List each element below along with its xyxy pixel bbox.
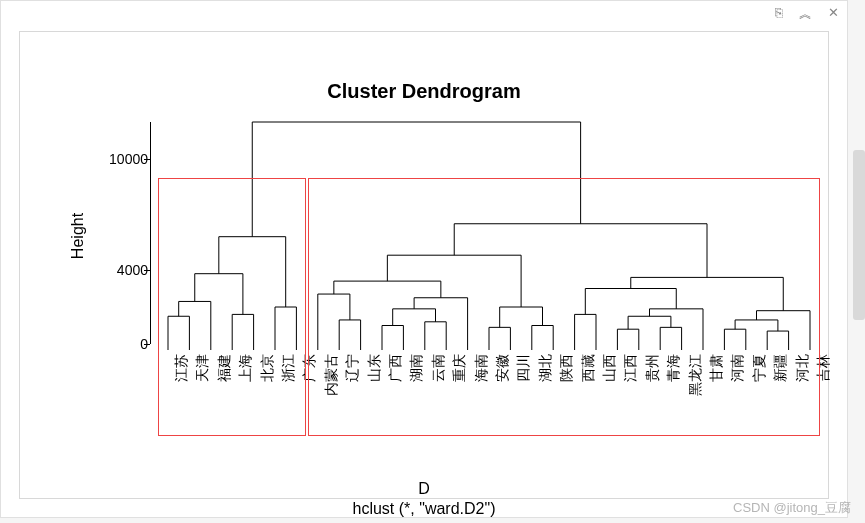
copy-icon[interactable]: ⎘: [775, 5, 783, 23]
close-icon[interactable]: ✕: [828, 5, 839, 23]
cluster-rect: [308, 178, 820, 437]
y-tick-label: 4000: [100, 262, 148, 278]
window-controls: ⎘ ︽ ✕: [775, 5, 839, 23]
plot-area: Cluster Dendrogram Height D hclust (*, "…: [19, 31, 829, 499]
scrollbar-thumb[interactable]: [853, 150, 865, 320]
chart-title: Cluster Dendrogram: [20, 80, 828, 103]
y-tick-label: 0: [100, 336, 148, 352]
y-axis-label: Height: [69, 213, 87, 259]
collapse-icon[interactable]: ︽: [799, 5, 812, 23]
watermark: CSDN @jitong_豆腐: [733, 499, 851, 517]
plot-window: ⎘ ︽ ✕ Cluster Dendrogram Height D hclust…: [0, 0, 848, 518]
x-axis-label: D: [20, 480, 828, 498]
method-label: hclust (*, "ward.D2"): [20, 500, 828, 518]
cluster-rect: [158, 178, 306, 437]
y-tick-label: 10000: [100, 151, 148, 167]
